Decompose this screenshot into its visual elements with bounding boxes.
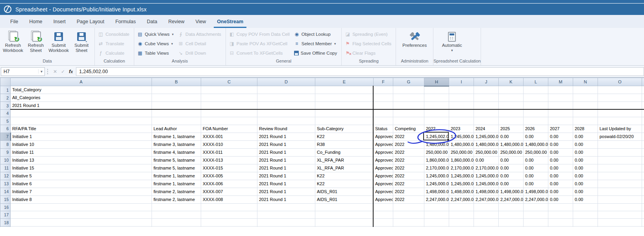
- cell-G3[interactable]: [393, 102, 424, 110]
- cell-E3[interactable]: [315, 102, 374, 110]
- cell-E6[interactable]: Sub-Category: [315, 125, 374, 133]
- row-header-17[interactable]: 17: [0, 211, 11, 219]
- column-header-m[interactable]: M: [548, 78, 573, 86]
- cell-A13[interactable]: Initiative 6: [11, 180, 152, 188]
- cell-P4[interactable]: [642, 110, 644, 117]
- cell-M5[interactable]: [548, 117, 573, 125]
- tab-review[interactable]: Review: [163, 15, 190, 28]
- column-header-c[interactable]: C: [201, 78, 257, 86]
- cell-C8[interactable]: XXXX-010: [201, 140, 257, 148]
- cell-H9[interactable]: 250,000.00: [424, 148, 449, 156]
- cell-K9[interactable]: 250,000.00: [499, 148, 524, 156]
- cell-D9[interactable]: 2021 Round 1: [257, 148, 315, 156]
- cell-D8[interactable]: 2021 Round 1: [257, 140, 315, 148]
- tab-insert[interactable]: Insert: [48, 15, 71, 28]
- cell-J18[interactable]: [474, 219, 499, 226]
- tab-view[interactable]: View: [190, 15, 211, 28]
- cell-M16[interactable]: [548, 203, 573, 211]
- cell-B10[interactable]: firstname 5, lastname: [152, 156, 201, 164]
- row-header-6[interactable]: 6: [0, 125, 11, 133]
- cell-J17[interactable]: [474, 211, 499, 219]
- tab-formulas[interactable]: Formulas: [110, 15, 141, 28]
- cell-E8[interactable]: R38: [315, 140, 374, 148]
- column-header-d[interactable]: D: [257, 78, 315, 86]
- cell-B19[interactable]: [152, 226, 201, 227]
- cell-E1[interactable]: [315, 86, 374, 94]
- cell-G2[interactable]: [393, 94, 424, 102]
- cell-D1[interactable]: [257, 86, 315, 94]
- cell-O15[interactable]: [598, 195, 642, 203]
- cell-O5[interactable]: [598, 117, 642, 125]
- cell-G12[interactable]: 2022: [393, 172, 424, 180]
- cell-E17[interactable]: [315, 211, 374, 219]
- column-header-o[interactable]: O: [598, 78, 642, 86]
- row-header-3[interactable]: 3: [0, 102, 11, 110]
- submit-workbook-button[interactable]: SubmitWorkbook: [47, 29, 70, 53]
- cell-E14[interactable]: AIDS_R01: [315, 188, 374, 195]
- cell-E5[interactable]: [315, 117, 374, 125]
- cell-P5[interactable]: [642, 117, 644, 125]
- cell-G6[interactable]: Competing: [393, 125, 424, 133]
- row-header-13[interactable]: 13: [0, 180, 11, 188]
- cell-M1[interactable]: [548, 86, 573, 94]
- cell-G9[interactable]: 2022: [393, 148, 424, 156]
- cell-L18[interactable]: [524, 219, 548, 226]
- cell-E12[interactable]: K22: [315, 172, 374, 180]
- cell-F10[interactable]: Approved: [374, 156, 393, 164]
- cell-A6[interactable]: RFA/PA Title: [11, 125, 152, 133]
- cell-M14[interactable]: 0.00: [548, 188, 573, 195]
- cell-F3[interactable]: [374, 102, 393, 110]
- cell-C7[interactable]: XXXX-001: [201, 133, 257, 140]
- cell-L15[interactable]: 2,247,000.00: [524, 195, 548, 203]
- cell-B16[interactable]: [152, 203, 201, 211]
- cell-J11[interactable]: 2,170,000.00: [474, 164, 499, 172]
- row-header-7[interactable]: 7: [0, 133, 11, 140]
- cell-O7[interactable]: poswald-02/20/20: [598, 133, 642, 140]
- cell-O17[interactable]: [598, 211, 642, 219]
- cell-I7[interactable]: 1,245,000.00: [449, 133, 474, 140]
- cell-I16[interactable]: [449, 203, 474, 211]
- cell-B3[interactable]: [152, 102, 201, 110]
- cell-E7[interactable]: K22: [315, 133, 374, 140]
- cell-O1[interactable]: [598, 86, 642, 94]
- row-header-10[interactable]: 10: [0, 156, 11, 164]
- cell-L7[interactable]: 0.00: [524, 133, 548, 140]
- cube-views-button[interactable]: ◉Cube Views▾: [136, 39, 176, 48]
- cell-K8[interactable]: 1,480,000.00: [499, 140, 524, 148]
- cell-M11[interactable]: 0.00: [548, 164, 573, 172]
- cell-C15[interactable]: XXXX-008: [201, 195, 257, 203]
- cell-N3[interactable]: [573, 102, 598, 110]
- cell-C13[interactable]: XXXX-006: [201, 180, 257, 188]
- row-header-16[interactable]: 16: [0, 203, 11, 211]
- cell-D15[interactable]: 2021 Round 1: [257, 195, 315, 203]
- cell-O12[interactable]: [598, 172, 642, 180]
- cell-G1[interactable]: [393, 86, 424, 94]
- cell-C4[interactable]: [201, 110, 257, 117]
- cell-J7[interactable]: 1,245,000.00: [474, 133, 499, 140]
- cell-P13[interactable]: [642, 180, 644, 188]
- cell-F5[interactable]: [374, 117, 393, 125]
- cell-P18[interactable]: [642, 219, 644, 226]
- cell-P16[interactable]: [642, 203, 644, 211]
- cell-P14[interactable]: [642, 188, 644, 195]
- cell-I19[interactable]: [449, 226, 474, 227]
- cell-C6[interactable]: FOA Number: [201, 125, 257, 133]
- row-header-12[interactable]: 12: [0, 172, 11, 180]
- cell-N12[interactable]: 0.00: [573, 172, 598, 180]
- cell-K17[interactable]: [499, 211, 524, 219]
- cell-K10[interactable]: 0.00: [499, 156, 524, 164]
- cell-J3[interactable]: [474, 102, 499, 110]
- cell-F9[interactable]: Approved: [374, 148, 393, 156]
- cell-C1[interactable]: [201, 86, 257, 94]
- cell-B6[interactable]: Lead Author: [152, 125, 201, 133]
- cell-F6[interactable]: Status: [374, 125, 393, 133]
- cell-D17[interactable]: [257, 211, 315, 219]
- cell-I3[interactable]: [449, 102, 474, 110]
- cell-M3[interactable]: [548, 102, 573, 110]
- cell-D13[interactable]: 2021 Round 1: [257, 180, 315, 188]
- cell-J10[interactable]: 0.00: [474, 156, 499, 164]
- cell-D19[interactable]: [257, 226, 315, 227]
- cell-L8[interactable]: 1,480,000.00: [524, 140, 548, 148]
- automatic-button[interactable]: Automatic▾: [435, 29, 469, 52]
- cell-J4[interactable]: [474, 110, 499, 117]
